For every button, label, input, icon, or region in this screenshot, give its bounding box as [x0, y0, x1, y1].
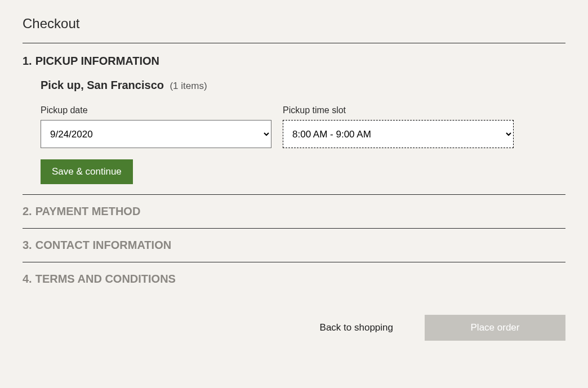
- footer-actions: Back to shopping Place order: [23, 315, 565, 341]
- section-terms: 4. TERMS AND CONDITIONS: [23, 273, 565, 296]
- place-order-button[interactable]: Place order: [425, 315, 565, 341]
- section-pickup: 1. PICKUP INFORMATION Pick up, San Franc…: [23, 55, 565, 195]
- pickup-timeslot-select[interactable]: 8:00 AM - 9:00 AM: [283, 120, 514, 148]
- pickup-timeslot-field: Pickup time slot 8:00 AM - 9:00 AM: [283, 105, 514, 148]
- section-terms-title: TERMS AND CONDITIONS: [35, 273, 176, 286]
- pickup-fields-row: Pickup date 9/24/2020 Pickup time slot 8…: [41, 105, 565, 148]
- section-payment-header[interactable]: 2. PAYMENT METHOD: [23, 205, 565, 218]
- pickup-date-label: Pickup date: [41, 105, 271, 115]
- pickup-date-select[interactable]: 9/24/2020: [41, 120, 271, 148]
- pickup-items-count: (1 items): [170, 81, 207, 91]
- section-contact-header[interactable]: 3. CONTACT INFORMATION: [23, 239, 565, 252]
- pickup-method-location: Pick up, San Francisco: [41, 79, 164, 91]
- section-payment: 2. PAYMENT METHOD: [23, 205, 565, 229]
- pickup-summary: Pick up, San Francisco (1 items): [41, 79, 565, 92]
- section-terms-header[interactable]: 4. TERMS AND CONDITIONS: [23, 273, 565, 286]
- section-payment-title: PAYMENT METHOD: [35, 205, 141, 218]
- section-pickup-header: 1. PICKUP INFORMATION: [23, 55, 565, 68]
- section-contact-number: 3.: [23, 239, 32, 252]
- section-terms-number: 4.: [23, 273, 32, 286]
- pickup-timeslot-label: Pickup time slot: [283, 105, 514, 115]
- page-title: Checkout: [23, 16, 565, 32]
- section-pickup-number: 1.: [23, 55, 32, 68]
- section-payment-number: 2.: [23, 205, 32, 218]
- section-contact: 3. CONTACT INFORMATION: [23, 239, 565, 262]
- title-divider: [23, 43, 565, 43]
- save-continue-button[interactable]: Save & continue: [41, 159, 133, 184]
- back-to-shopping-link[interactable]: Back to shopping: [320, 322, 393, 333]
- section-pickup-title: PICKUP INFORMATION: [35, 55, 159, 68]
- section-contact-title: CONTACT INFORMATION: [35, 239, 171, 252]
- pickup-date-field: Pickup date 9/24/2020: [41, 105, 271, 148]
